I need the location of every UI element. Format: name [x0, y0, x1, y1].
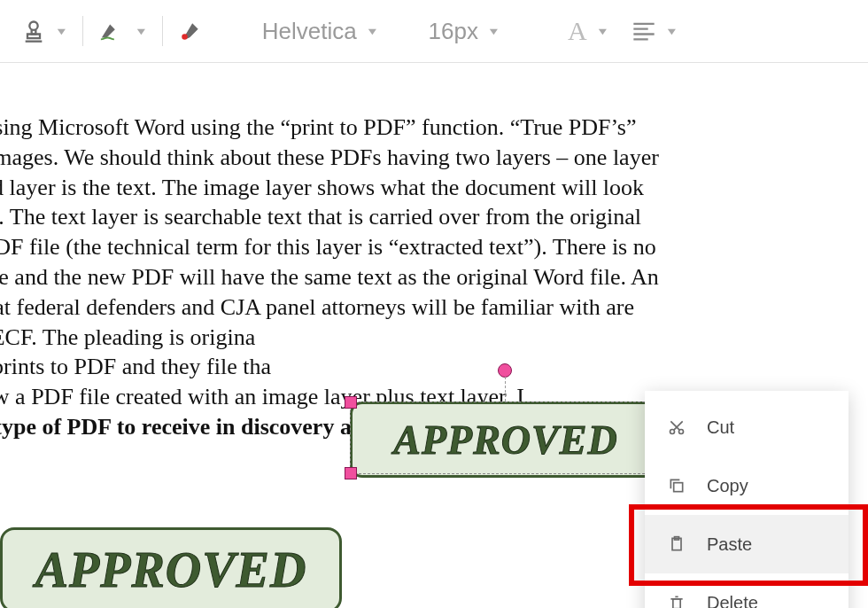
stamp-text: APPROVED: [35, 542, 307, 598]
toolbar: ▼ ▼ Helvetica ▼ 16px ▼ A ▼ ▼: [0, 0, 868, 63]
text-line: ew PDF file (the technical term for this…: [0, 232, 799, 262]
divider: [162, 16, 163, 46]
text-line: paper. The text layer is searchable text…: [0, 202, 799, 232]
chevron-down-icon: ▼: [595, 26, 608, 36]
document-area: ted using Microsoft Word using the “prin…: [0, 84, 868, 608]
text-line: ted using Microsoft Word using the “prin…: [0, 113, 799, 143]
text-line: F or prints to PDF and they file tha: [0, 352, 799, 382]
stamp-icon: [21, 19, 46, 43]
svg-point-3: [679, 430, 684, 434]
selection-box[interactable]: [350, 401, 658, 474]
chevron-down-icon: ▼: [366, 26, 379, 36]
approved-stamp[interactable]: APPROVED: [0, 527, 342, 608]
svg-rect-7: [673, 599, 680, 608]
cut-icon: [666, 418, 687, 436]
delete-icon: [666, 594, 687, 608]
font-family-select[interactable]: Helvetica ▼: [250, 0, 390, 62]
font-size-select[interactable]: 16px ▼: [416, 0, 511, 62]
chevron-down-icon: ▼: [665, 26, 678, 36]
highlight-box: [629, 504, 868, 586]
menu-label: Cut: [707, 417, 734, 438]
chevron-down-icon: ▼: [487, 26, 500, 36]
text-line: Fs that federal defenders and CJA panel …: [0, 292, 799, 323]
text-line: CM/ECF. The pleading is origina: [0, 323, 799, 353]
copy-icon: [666, 477, 687, 495]
font-size-label: 16px: [429, 18, 478, 45]
menu-label: Copy: [707, 476, 748, 496]
text-line: econd layer is the text. The image layer…: [0, 173, 799, 203]
brush-tool[interactable]: [167, 0, 214, 62]
svg-point-2: [670, 430, 675, 434]
font-name-label: Helvetica: [262, 18, 357, 45]
fountain-pen-icon: [99, 19, 126, 43]
text-line: chable and the new PDF will have the sam…: [0, 262, 799, 292]
resize-handle-nw[interactable]: [345, 396, 357, 409]
brush-icon: [179, 19, 202, 43]
resize-handle-sw[interactable]: [345, 467, 357, 479]
chevron-down-icon: ▼: [135, 26, 148, 36]
sign-tool[interactable]: ▼: [87, 0, 159, 62]
menu-label: Delete: [707, 593, 758, 609]
stamp-tool[interactable]: ▼: [9, 0, 79, 62]
text-line: and images. We should think about these …: [0, 143, 799, 173]
text-color-icon: A: [568, 16, 587, 46]
align-tool[interactable]: ▼: [619, 0, 689, 62]
align-icon: [632, 21, 656, 41]
chevron-down-icon: ▼: [55, 26, 68, 36]
menu-item-cut[interactable]: Cut: [645, 398, 849, 456]
text-color-tool[interactable]: A ▼: [555, 0, 620, 62]
divider: [82, 16, 83, 46]
svg-point-1: [182, 34, 188, 40]
rotate-handle[interactable]: [498, 363, 512, 378]
svg-rect-4: [674, 483, 683, 492]
svg-point-0: [29, 22, 37, 30]
